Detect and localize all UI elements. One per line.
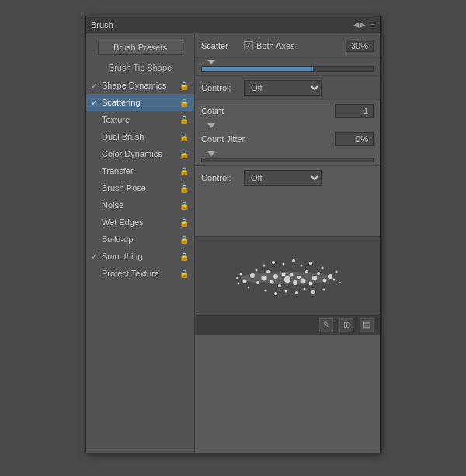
svg-point-30 xyxy=(274,292,277,295)
check-scattering: ✓ xyxy=(91,98,102,108)
label-protect-texture: Protect Texture xyxy=(102,269,179,278)
svg-point-14 xyxy=(301,278,306,283)
svg-point-12 xyxy=(293,280,297,285)
scatter-slider[interactable] xyxy=(201,66,374,72)
count-jitter-slider[interactable] xyxy=(201,158,374,162)
scatter-slider-container xyxy=(195,58,380,75)
svg-point-19 xyxy=(323,278,327,282)
lock-noise-icon: 🔒 xyxy=(179,201,190,210)
sidebar-item-wet-edges[interactable]: Wet Edges 🔒 xyxy=(86,214,194,231)
svg-point-40 xyxy=(336,270,338,273)
lock-shape-dynamics-icon: 🔒 xyxy=(179,82,190,90)
label-wet-edges: Wet Edges xyxy=(102,217,179,227)
control1-row: Control: Off Fade Pen Pressure Pen Tilt … xyxy=(195,75,380,99)
new-brush-icon[interactable]: ✎ xyxy=(319,318,333,332)
svg-point-2 xyxy=(250,273,255,278)
svg-point-6 xyxy=(270,280,274,283)
svg-point-15 xyxy=(305,270,308,273)
svg-point-29 xyxy=(265,289,267,291)
sidebar-item-protect-texture[interactable]: Protect Texture 🔒 xyxy=(86,265,194,282)
control2-label: Control: xyxy=(201,173,244,182)
svg-point-26 xyxy=(309,262,312,265)
titlebar: Brush ◀▶ ≡ xyxy=(86,16,380,33)
scatter-label: Scatter xyxy=(201,41,244,50)
svg-point-16 xyxy=(309,281,313,285)
both-axes-checkbox[interactable] xyxy=(244,41,253,50)
menu-icon[interactable]: ≡ xyxy=(370,20,375,29)
brush-panel: Brush ◀▶ ≡ Brush Presets Brush Tip Shape… xyxy=(85,16,381,453)
label-color-dynamics: Color Dynamics xyxy=(102,149,179,158)
svg-point-9 xyxy=(282,272,286,276)
label-shape-dynamics: Shape Dynamics xyxy=(102,81,179,90)
svg-point-33 xyxy=(304,287,306,290)
svg-point-28 xyxy=(322,266,324,269)
sidebar-item-transfer[interactable]: Transfer 🔒 xyxy=(86,162,194,179)
svg-point-7 xyxy=(273,274,278,279)
svg-point-18 xyxy=(317,272,320,275)
sidebar-item-texture[interactable]: Texture 🔒 xyxy=(86,111,194,128)
brush-tip-shape-header: Brush Tip Shape xyxy=(86,61,194,74)
count-jitter-label: Count Jitter xyxy=(201,134,335,144)
sidebar-item-scattering[interactable]: ✓ Scattering 🔒 xyxy=(86,94,194,111)
sidebar-item-noise[interactable]: Noise 🔒 xyxy=(86,196,194,214)
check-protect-texture xyxy=(91,269,102,278)
count-jitter-value[interactable]: 0% xyxy=(335,132,374,146)
svg-point-17 xyxy=(312,276,317,280)
scatter-pct-badge[interactable]: 30% xyxy=(346,40,374,52)
sidebar-item-shape-dynamics[interactable]: ✓ Shape Dynamics 🔒 xyxy=(86,77,194,94)
delete-icon[interactable]: ▤ xyxy=(360,318,374,332)
count-jitter-triangle-row xyxy=(195,122,380,128)
svg-point-36 xyxy=(323,288,325,290)
sidebar-item-color-dynamics[interactable]: Color Dynamics 🔒 xyxy=(86,145,194,162)
lock-dual-brush-icon: 🔒 xyxy=(179,133,190,141)
svg-point-41 xyxy=(236,277,238,279)
right-panel: Scatter Both Axes 30% Control: xyxy=(195,33,380,453)
count-value[interactable]: 1 xyxy=(335,104,374,118)
svg-point-13 xyxy=(297,276,301,279)
label-scattering: Scattering xyxy=(102,98,179,107)
check-transfer xyxy=(91,166,102,175)
brush-preview-svg xyxy=(210,248,365,303)
svg-point-35 xyxy=(248,286,250,288)
check-wet-edges xyxy=(91,217,102,227)
both-axes-container: Both Axes xyxy=(244,41,295,50)
control1-select[interactable]: Off Fade Pen Pressure Pen Tilt Stylus Wh… xyxy=(244,80,322,96)
sidebar-item-build-up[interactable]: Build-up 🔒 xyxy=(86,231,194,248)
count-row: Count 1 xyxy=(195,99,380,122)
svg-point-5 xyxy=(266,270,270,273)
main-content: Brush Presets Brush Tip Shape ✓ Shape Dy… xyxy=(86,33,380,453)
bottom-toolbar: ✎ ⊞ ▤ xyxy=(195,314,380,335)
svg-point-24 xyxy=(292,259,295,262)
sidebar-item-dual-brush[interactable]: Dual Brush 🔒 xyxy=(86,128,194,145)
check-brush-pose xyxy=(91,183,102,193)
check-build-up xyxy=(91,235,102,244)
sidebar-item-smoothing[interactable]: ✓ Smoothing 🔒 xyxy=(86,248,194,265)
svg-point-4 xyxy=(262,275,267,280)
lock-scattering-icon: 🔒 xyxy=(179,99,190,107)
scatter-row: Scatter Both Axes 30% xyxy=(195,33,380,58)
control1-label: Control: xyxy=(201,83,244,92)
check-smoothing: ✓ xyxy=(91,252,102,262)
control2-select[interactable]: Off Fade Pen Pressure Pen Tilt Stylus Wh… xyxy=(244,170,322,186)
svg-point-8 xyxy=(278,284,281,287)
both-axes-label: Both Axes xyxy=(256,41,295,50)
lock-smoothing-icon: 🔒 xyxy=(179,252,190,261)
lock-transfer-icon: 🔒 xyxy=(179,167,190,175)
create-new-icon[interactable]: ⊞ xyxy=(339,318,353,332)
count-jitter-row: Count Jitter 0% xyxy=(195,128,380,150)
label-texture: Texture xyxy=(102,115,179,124)
right-spacer xyxy=(195,189,380,236)
svg-point-11 xyxy=(290,273,294,276)
svg-point-10 xyxy=(284,276,290,283)
collapse-icon[interactable]: ◀▶ xyxy=(353,20,366,29)
sidebar-item-brush-pose[interactable]: Brush Pose 🔒 xyxy=(86,179,194,196)
brush-presets-button[interactable]: Brush Presets xyxy=(98,40,183,55)
count-jitter-slider-triangle xyxy=(207,151,215,156)
label-smoothing: Smoothing xyxy=(102,252,179,261)
left-panel: Brush Presets Brush Tip Shape ✓ Shape Dy… xyxy=(86,33,195,453)
right-panel-inner: Scatter Both Axes 30% Control: xyxy=(195,33,380,236)
label-transfer: Transfer xyxy=(102,166,179,175)
svg-point-37 xyxy=(240,273,242,275)
window-title: Brush xyxy=(91,20,113,30)
lock-wet-edges-icon: 🔒 xyxy=(179,218,190,227)
